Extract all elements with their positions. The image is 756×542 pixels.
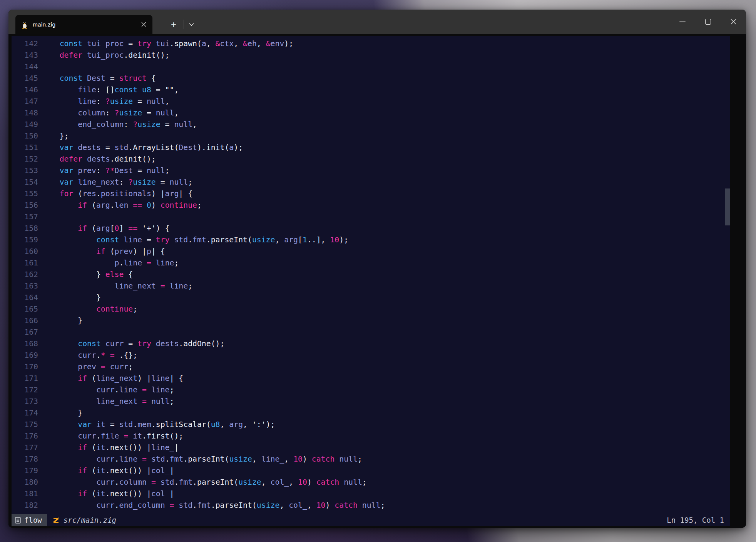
line-number: 153 xyxy=(12,165,38,177)
code-text: defer tui_proc.deinit(); xyxy=(41,50,169,61)
code-line[interactable]: 175 var it = std.mem.splitScalar(u8, arg… xyxy=(12,419,730,430)
code-text: curr.column = std.fmt.parseInt(usize, co… xyxy=(41,477,367,488)
code-line[interactable]: 166 } xyxy=(12,315,730,327)
code-line[interactable]: 165 continue; xyxy=(12,304,730,315)
tab-main-zig[interactable]: main.zig xyxy=(15,15,152,34)
new-tab-button[interactable]: + xyxy=(166,15,181,34)
line-number: 162 xyxy=(12,269,38,280)
code-line[interactable]: 180 curr.column = std.fmt.parseInt(usize… xyxy=(12,477,730,488)
scrollbar-thumb[interactable] xyxy=(725,188,730,225)
code-text: continue; xyxy=(41,304,137,315)
code-line[interactable]: 167 xyxy=(12,327,730,338)
statusbar-file-path[interactable]: src/main.zig xyxy=(64,516,116,524)
code-text: file: []const u8 = "", xyxy=(41,84,179,96)
code-line[interactable]: 168 const curr = try dests.addOne(); xyxy=(12,338,730,350)
code-line[interactable]: 146 file: []const u8 = "", xyxy=(12,84,730,96)
code-line[interactable]: 147 line: ?usize = null, xyxy=(12,96,730,107)
line-number: 176 xyxy=(12,430,38,442)
code-line[interactable]: 182 curr.end_column = std.fmt.parseInt(u… xyxy=(12,500,730,511)
code-line[interactable]: 161 p.line = line; xyxy=(12,257,730,269)
code-line[interactable]: 179 if (it.next()) |col_| xyxy=(12,465,730,477)
code-line[interactable]: 149 end_column: ?usize = null, xyxy=(12,119,730,130)
code-line[interactable]: 170 prev = curr; xyxy=(12,361,730,373)
window-controls xyxy=(670,10,746,34)
code-line[interactable]: 148 column: ?usize = null, xyxy=(12,107,730,119)
code-line[interactable]: 145 const Dest = struct { xyxy=(12,73,730,84)
line-number: 161 xyxy=(12,257,38,269)
code-text: var dests = std.ArrayList(Dest).init(a); xyxy=(41,142,243,153)
editor-pane[interactable]: 142 const tui_proc = try tui.spawn(a, &c… xyxy=(12,36,730,526)
code-line[interactable]: 163 line_next = line; xyxy=(12,280,730,292)
code-line[interactable]: 172 curr.line = line; xyxy=(12,384,730,396)
statusbar-app-segment[interactable]: flow xyxy=(12,514,47,526)
code-text: if (arg[0] == '+') { xyxy=(41,223,170,234)
line-number: 169 xyxy=(12,350,38,361)
minimize-icon xyxy=(679,22,686,22)
code-line[interactable]: 173 line_next = null; xyxy=(12,396,730,407)
titlebar[interactable]: main.zig + xyxy=(8,10,746,34)
tab-close-icon[interactable] xyxy=(139,20,148,29)
code-line[interactable]: 177 if (it.next()) |line_| xyxy=(12,442,730,454)
code-line[interactable]: 151 var dests = std.ArrayList(Dest).init… xyxy=(12,142,730,153)
line-number: 145 xyxy=(12,73,38,84)
code-line[interactable]: 181 if (it.next()) |col_| xyxy=(12,488,730,500)
code-line[interactable]: 178 curr.line = std.fmt.parseInt(usize, … xyxy=(12,454,730,465)
line-number: 178 xyxy=(12,454,38,465)
line-number: 167 xyxy=(12,327,38,338)
code-line[interactable]: 153 var prev: ?*Dest = null; xyxy=(12,165,730,177)
maximize-button[interactable] xyxy=(695,10,721,34)
code-line[interactable]: 143 defer tui_proc.deinit(); xyxy=(12,50,730,61)
code-text: if (it.next()) |col_| xyxy=(41,465,174,477)
line-number: 160 xyxy=(12,246,38,257)
code-text: p.line = line; xyxy=(41,257,179,269)
line-number: 168 xyxy=(12,338,38,350)
line-number: 174 xyxy=(12,407,38,419)
code-line[interactable]: 158 if (arg[0] == '+') { xyxy=(12,223,730,234)
line-number: 181 xyxy=(12,488,38,500)
code-line[interactable]: 154 var line_next: ?usize = null; xyxy=(12,177,730,188)
code-line[interactable]: 176 curr.file = it.first(); xyxy=(12,430,730,442)
code-text: if (line_next) |line| { xyxy=(41,373,183,384)
line-number: 165 xyxy=(12,304,38,315)
close-button[interactable] xyxy=(721,10,746,34)
maximize-icon xyxy=(705,19,711,25)
code-line[interactable]: 164 } xyxy=(12,292,730,304)
code-text: if (it.next()) |line_| xyxy=(41,442,179,454)
tab-title: main.zig xyxy=(33,21,139,28)
line-number: 158 xyxy=(12,223,38,234)
code-line[interactable]: 152 defer dests.deinit(); xyxy=(12,153,730,165)
statusbar-cursor-position[interactable]: Ln 195, Col 1 xyxy=(667,516,730,524)
code-line[interactable]: 144 xyxy=(12,61,730,73)
line-number: 146 xyxy=(12,84,38,96)
zig-icon xyxy=(53,517,59,524)
line-number: 148 xyxy=(12,107,38,119)
tabbar-separator xyxy=(184,20,184,29)
line-number: 172 xyxy=(12,384,38,396)
code-line[interactable]: 169 curr.* = .{}; xyxy=(12,350,730,361)
line-number: 151 xyxy=(12,142,38,153)
code-text: const Dest = struct { xyxy=(41,73,156,84)
code-line[interactable]: 150 }; xyxy=(12,130,730,142)
line-number: 171 xyxy=(12,373,38,384)
code-text: curr.* = .{}; xyxy=(41,350,137,361)
tab-dropdown-button[interactable] xyxy=(185,15,198,34)
code-line[interactable]: 142 const tui_proc = try tui.spawn(a, &c… xyxy=(12,38,730,50)
code-text: if (prev) |p| { xyxy=(41,246,165,257)
code-line[interactable]: 160 if (prev) |p| { xyxy=(12,246,730,257)
line-number: 163 xyxy=(12,280,38,292)
code-area[interactable]: 142 const tui_proc = try tui.spawn(a, &c… xyxy=(12,38,730,511)
code-line[interactable]: 157 xyxy=(12,211,730,223)
line-number: 182 xyxy=(12,500,38,511)
code-line[interactable]: 155 for (res.positionals) |arg| { xyxy=(12,188,730,200)
minimize-button[interactable] xyxy=(670,10,695,34)
code-line[interactable]: 162 } else { xyxy=(12,269,730,280)
code-text: } else { xyxy=(41,269,133,280)
code-text: line_next = null; xyxy=(41,396,174,407)
code-text: line_next = line; xyxy=(41,280,192,292)
code-line[interactable]: 156 if (arg.len == 0) continue; xyxy=(12,200,730,211)
code-line[interactable]: 159 const line = try std.fmt.parseInt(us… xyxy=(12,234,730,246)
code-line[interactable]: 171 if (line_next) |line| { xyxy=(12,373,730,384)
code-line[interactable]: 174 } xyxy=(12,407,730,419)
code-text: } xyxy=(41,315,82,327)
line-number: 150 xyxy=(12,130,38,142)
